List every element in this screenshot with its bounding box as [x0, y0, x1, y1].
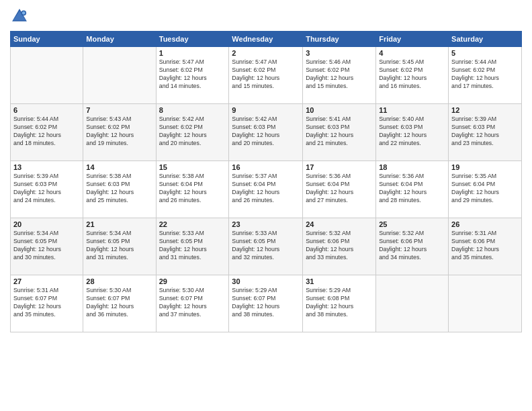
week-row-5: 27Sunrise: 5:31 AM Sunset: 6:07 PM Dayli… [11, 275, 522, 332]
day-info: Sunrise: 5:38 AM Sunset: 6:04 PM Dayligh… [159, 173, 226, 205]
calendar-cell: 14Sunrise: 5:38 AM Sunset: 6:03 PM Dayli… [83, 161, 156, 218]
col-header-friday: Friday [376, 32, 449, 47]
day-info: Sunrise: 5:29 AM Sunset: 6:08 PM Dayligh… [306, 287, 373, 319]
day-info: Sunrise: 5:30 AM Sunset: 6:07 PM Dayligh… [159, 287, 226, 319]
day-info: Sunrise: 5:32 AM Sunset: 6:06 PM Dayligh… [306, 230, 373, 262]
col-header-monday: Monday [83, 32, 156, 47]
calendar-cell [449, 275, 522, 332]
calendar-cell: 19Sunrise: 5:35 AM Sunset: 6:04 PM Dayli… [449, 161, 522, 218]
calendar-cell: 5Sunrise: 5:44 AM Sunset: 6:02 PM Daylig… [449, 47, 522, 104]
calendar-cell: 20Sunrise: 5:34 AM Sunset: 6:05 PM Dayli… [11, 218, 83, 275]
day-info: Sunrise: 5:30 AM Sunset: 6:07 PM Dayligh… [86, 287, 152, 319]
day-info: Sunrise: 5:44 AM Sunset: 6:02 PM Dayligh… [451, 58, 519, 91]
day-number: 4 [379, 49, 445, 57]
day-info: Sunrise: 5:33 AM Sunset: 6:05 PM Dayligh… [232, 230, 300, 262]
calendar-cell: 6Sunrise: 5:44 AM Sunset: 6:02 PM Daylig… [11, 104, 83, 161]
calendar-cell: 15Sunrise: 5:38 AM Sunset: 6:04 PM Dayli… [156, 161, 229, 218]
day-info: Sunrise: 5:35 AM Sunset: 6:04 PM Dayligh… [451, 173, 519, 205]
day-info: Sunrise: 5:36 AM Sunset: 6:04 PM Dayligh… [306, 173, 373, 205]
day-info: Sunrise: 5:32 AM Sunset: 6:06 PM Dayligh… [379, 230, 445, 262]
day-info: Sunrise: 5:39 AM Sunset: 6:03 PM Dayligh… [451, 116, 519, 148]
day-number: 13 [13, 163, 80, 171]
day-number: 2 [232, 49, 300, 57]
day-number: 28 [86, 277, 152, 285]
day-info: Sunrise: 5:37 AM Sunset: 6:04 PM Dayligh… [232, 173, 300, 205]
week-row-4: 20Sunrise: 5:34 AM Sunset: 6:05 PM Dayli… [11, 218, 522, 275]
logo [10, 7, 32, 26]
day-number: 22 [159, 220, 226, 228]
day-info: Sunrise: 5:31 AM Sunset: 6:07 PM Dayligh… [13, 287, 80, 319]
day-number: 29 [159, 277, 226, 285]
day-number: 18 [379, 163, 445, 171]
calendar-cell: 28Sunrise: 5:30 AM Sunset: 6:07 PM Dayli… [83, 275, 156, 332]
calendar-cell: 24Sunrise: 5:32 AM Sunset: 6:06 PM Dayli… [303, 218, 376, 275]
calendar-table: SundayMondayTuesdayWednesdayThursdayFrid… [10, 31, 522, 332]
week-row-2: 6Sunrise: 5:44 AM Sunset: 6:02 PM Daylig… [11, 104, 522, 161]
day-number: 11 [379, 106, 445, 114]
calendar-cell: 26Sunrise: 5:31 AM Sunset: 6:06 PM Dayli… [449, 218, 522, 275]
calendar-cell: 16Sunrise: 5:37 AM Sunset: 6:04 PM Dayli… [229, 161, 303, 218]
day-info: Sunrise: 5:39 AM Sunset: 6:03 PM Dayligh… [13, 173, 80, 205]
header-row: SundayMondayTuesdayWednesdayThursdayFrid… [11, 32, 522, 47]
calendar-cell: 9Sunrise: 5:42 AM Sunset: 6:03 PM Daylig… [229, 104, 303, 161]
day-number: 10 [306, 106, 373, 114]
col-header-wednesday: Wednesday [229, 32, 303, 47]
day-number: 9 [232, 106, 300, 114]
calendar-cell: 27Sunrise: 5:31 AM Sunset: 6:07 PM Dayli… [11, 275, 83, 332]
calendar-cell: 12Sunrise: 5:39 AM Sunset: 6:03 PM Dayli… [449, 104, 522, 161]
col-header-tuesday: Tuesday [156, 32, 229, 47]
calendar-cell: 31Sunrise: 5:29 AM Sunset: 6:08 PM Dayli… [303, 275, 376, 332]
col-header-saturday: Saturday [449, 32, 522, 47]
calendar-cell: 7Sunrise: 5:43 AM Sunset: 6:02 PM Daylig… [83, 104, 156, 161]
calendar-cell: 13Sunrise: 5:39 AM Sunset: 6:03 PM Dayli… [11, 161, 83, 218]
calendar-cell [11, 47, 83, 104]
calendar-cell [376, 275, 449, 332]
svg-point-3 [22, 11, 26, 15]
day-number: 26 [451, 220, 519, 228]
day-info: Sunrise: 5:34 AM Sunset: 6:05 PM Dayligh… [86, 230, 152, 262]
day-info: Sunrise: 5:44 AM Sunset: 6:02 PM Dayligh… [13, 116, 80, 148]
day-number: 17 [306, 163, 373, 171]
day-info: Sunrise: 5:31 AM Sunset: 6:06 PM Dayligh… [451, 230, 519, 262]
day-info: Sunrise: 5:33 AM Sunset: 6:05 PM Dayligh… [159, 230, 226, 262]
calendar-cell: 23Sunrise: 5:33 AM Sunset: 6:05 PM Dayli… [229, 218, 303, 275]
day-info: Sunrise: 5:40 AM Sunset: 6:03 PM Dayligh… [379, 116, 445, 148]
calendar-cell: 10Sunrise: 5:41 AM Sunset: 6:03 PM Dayli… [303, 104, 376, 161]
page: SundayMondayTuesdayWednesdayThursdayFrid… [0, 0, 532, 411]
day-info: Sunrise: 5:47 AM Sunset: 6:02 PM Dayligh… [159, 58, 226, 91]
day-number: 25 [379, 220, 445, 228]
day-info: Sunrise: 5:46 AM Sunset: 6:02 PM Dayligh… [306, 58, 373, 91]
calendar-cell: 25Sunrise: 5:32 AM Sunset: 6:06 PM Dayli… [376, 218, 449, 275]
calendar-cell: 1Sunrise: 5:47 AM Sunset: 6:02 PM Daylig… [156, 47, 229, 104]
day-number: 6 [13, 106, 80, 114]
day-number: 5 [451, 49, 519, 57]
day-info: Sunrise: 5:41 AM Sunset: 6:03 PM Dayligh… [306, 116, 373, 148]
calendar-cell: 8Sunrise: 5:42 AM Sunset: 6:02 PM Daylig… [156, 104, 229, 161]
day-info: Sunrise: 5:42 AM Sunset: 6:02 PM Dayligh… [159, 116, 226, 148]
week-row-3: 13Sunrise: 5:39 AM Sunset: 6:03 PM Dayli… [11, 161, 522, 218]
day-number: 30 [232, 277, 300, 285]
day-number: 21 [86, 220, 152, 228]
day-info: Sunrise: 5:34 AM Sunset: 6:05 PM Dayligh… [13, 230, 80, 262]
day-number: 12 [451, 106, 519, 114]
calendar-cell: 30Sunrise: 5:29 AM Sunset: 6:07 PM Dayli… [229, 275, 303, 332]
day-number: 7 [86, 106, 152, 114]
day-info: Sunrise: 5:42 AM Sunset: 6:03 PM Dayligh… [232, 116, 300, 148]
col-header-thursday: Thursday [303, 32, 376, 47]
col-header-sunday: Sunday [11, 32, 83, 47]
day-number: 31 [306, 277, 373, 285]
day-info: Sunrise: 5:43 AM Sunset: 6:02 PM Dayligh… [86, 116, 152, 148]
day-number: 24 [306, 220, 373, 228]
day-number: 20 [13, 220, 80, 228]
day-number: 3 [306, 49, 373, 57]
day-number: 27 [13, 277, 80, 285]
day-info: Sunrise: 5:29 AM Sunset: 6:07 PM Dayligh… [232, 287, 300, 319]
calendar-cell: 18Sunrise: 5:36 AM Sunset: 6:04 PM Dayli… [376, 161, 449, 218]
calendar-cell [83, 47, 156, 104]
day-number: 19 [451, 163, 519, 171]
day-info: Sunrise: 5:36 AM Sunset: 6:04 PM Dayligh… [379, 173, 445, 205]
day-number: 23 [232, 220, 300, 228]
week-row-1: 1Sunrise: 5:47 AM Sunset: 6:02 PM Daylig… [11, 47, 522, 104]
calendar-cell: 2Sunrise: 5:47 AM Sunset: 6:02 PM Daylig… [229, 47, 303, 104]
calendar-cell: 17Sunrise: 5:36 AM Sunset: 6:04 PM Dayli… [303, 161, 376, 218]
